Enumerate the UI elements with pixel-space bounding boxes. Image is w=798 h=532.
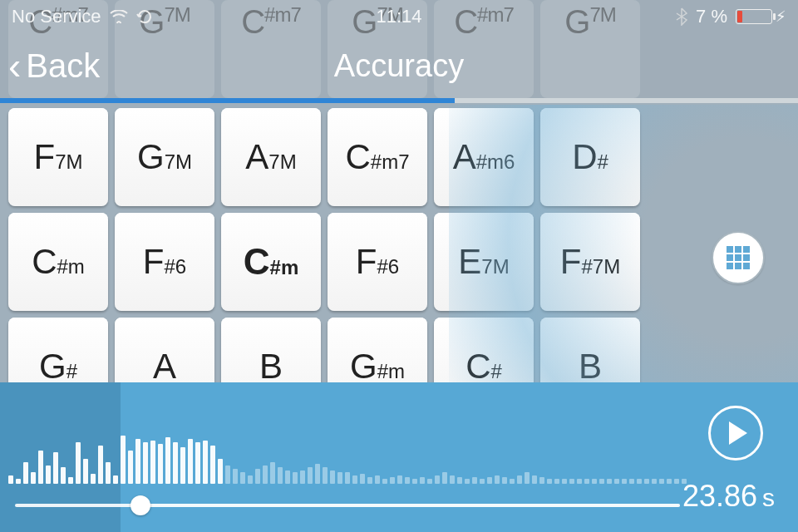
refresh-icon	[136, 8, 153, 25]
chord-cell[interactable]: F#6	[115, 213, 214, 311]
elapsed-time: 23.86s	[682, 479, 775, 514]
play-icon	[729, 421, 747, 445]
chord-cell[interactable]: F#6	[328, 213, 427, 311]
chord-cell[interactable]: C#m7	[328, 108, 427, 206]
bluetooth-icon	[676, 7, 687, 26]
waveform[interactable]	[0, 426, 682, 484]
grid-toggle-button[interactable]	[712, 231, 765, 284]
back-button[interactable]: ‹ Back	[0, 47, 100, 85]
nav-bar: ‹ Back Accuracy	[0, 33, 798, 98]
clock: 11:14	[376, 6, 421, 27]
playhead-slider[interactable]	[15, 504, 680, 507]
wifi-icon	[110, 10, 128, 23]
back-label: Back	[26, 47, 100, 85]
player-panel: 23.86s	[0, 382, 798, 532]
status-bar: No Service 11:14 7 % ⚡︎	[0, 0, 798, 33]
play-button[interactable]	[708, 406, 763, 461]
chord-cell[interactable]: A7M	[221, 108, 321, 206]
page-title: Accuracy	[334, 48, 464, 84]
chord-cell[interactable]: E7M	[434, 213, 534, 311]
chord-cell[interactable]: C#m	[8, 213, 108, 311]
slider-thumb[interactable]	[131, 495, 150, 515]
chord-cell[interactable]: G7M	[115, 108, 214, 206]
battery-pct: 7 %	[696, 6, 727, 27]
accuracy-progress-fill	[0, 98, 455, 103]
chord-cell[interactable]: C#m	[221, 213, 321, 311]
accuracy-progress	[0, 98, 798, 103]
carrier-label: No Service	[12, 6, 101, 27]
time-unit: s	[762, 484, 775, 511]
chord-cell[interactable]: F7M	[8, 108, 108, 206]
chord-cell[interactable]: F#7M	[540, 213, 640, 311]
time-value: 23.86	[682, 479, 757, 513]
battery-icon: ⚡︎	[736, 7, 786, 26]
grid-icon	[727, 246, 750, 269]
slider-remaining	[135, 504, 680, 507]
charging-icon: ⚡︎	[776, 7, 786, 26]
chord-cell[interactable]: D#	[540, 108, 640, 206]
chord-cell[interactable]: A#m6	[434, 108, 534, 206]
